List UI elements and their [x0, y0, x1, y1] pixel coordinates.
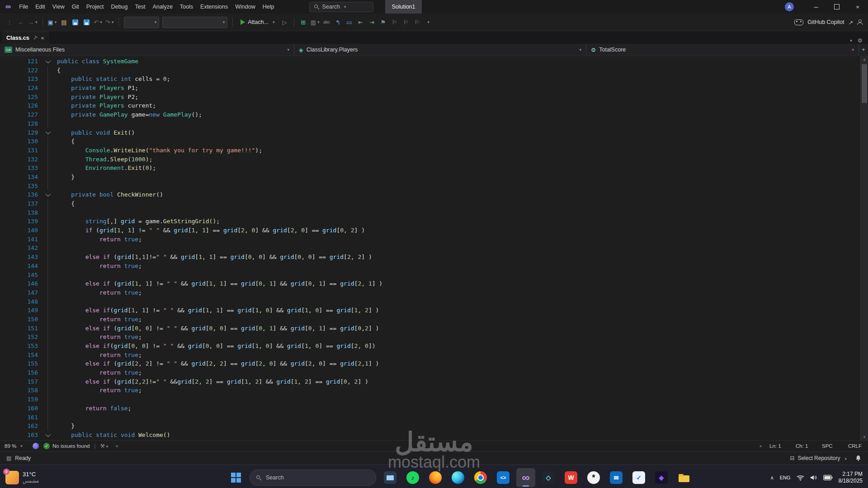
notifications-bell-icon[interactable] — [855, 455, 862, 462]
menu-test[interactable]: Test — [131, 4, 149, 10]
code-line[interactable]: 144 return true; — [0, 262, 861, 271]
code-line[interactable]: 135 — [0, 182, 861, 191]
line-number[interactable]: 121 — [0, 57, 38, 66]
indent-decrease-icon[interactable]: ⇤ — [356, 17, 364, 27]
toolbar-drag-handle-icon[interactable]: ⋮ — [5, 17, 14, 27]
spell-check-icon[interactable]: abc — [322, 17, 330, 27]
code-line[interactable]: 152 return true; — [0, 333, 861, 342]
line-number[interactable]: 147 — [0, 288, 38, 297]
line-number[interactable]: 140 — [0, 226, 38, 235]
code-line[interactable]: 131 Console.WriteLine("thank you for try… — [0, 146, 861, 155]
menu-extensions[interactable]: Extensions — [197, 4, 231, 10]
toolbar-overflow-caret[interactable]: ▾ — [424, 17, 432, 27]
firefox-icon[interactable] — [426, 468, 445, 487]
line-number[interactable]: 157 — [0, 377, 38, 386]
line-number[interactable]: 150 — [0, 315, 38, 324]
code-line[interactable]: 123 public static int cells = 0; — [0, 75, 861, 84]
scroll-left-icon[interactable]: ◄ — [114, 444, 118, 448]
code-cleanup-button[interactable]: ⚒▾ — [100, 443, 108, 449]
code-line[interactable]: 141 return true; — [0, 235, 861, 244]
code-line[interactable]: 151 else if (grid[0, 0] != " " && grid[0… — [0, 324, 861, 333]
menu-tools[interactable]: Tools — [176, 4, 197, 10]
member-dropdown[interactable]: ⚙ TotalScore ▾ — [586, 44, 859, 56]
start-button[interactable] — [227, 469, 245, 487]
sync-with-active-document-icon[interactable]: ⊞ — [299, 17, 307, 27]
code-line[interactable]: 160 return false; — [0, 404, 861, 413]
save-all-icon[interactable] — [82, 17, 90, 27]
taskbar-clock[interactable]: 2:17 PM 8/18/2025 — [839, 471, 863, 484]
vscode-icon[interactable]: <> — [494, 468, 513, 487]
line-number[interactable]: 142 — [0, 244, 38, 253]
code-editor[interactable]: 121public class SystemGame122{123 public… — [0, 56, 868, 440]
line-ending-indicator[interactable]: CRLF — [848, 443, 863, 449]
volume-icon[interactable] — [810, 474, 817, 481]
maximize-button[interactable] — [826, 0, 847, 14]
accessibility-icon[interactable] — [33, 443, 39, 449]
menu-project[interactable]: Project — [83, 4, 108, 10]
line-number[interactable]: 152 — [0, 333, 38, 342]
zoom-dropdown[interactable]: 89 % ▾ — [5, 443, 28, 449]
menu-git[interactable]: Git — [68, 4, 83, 10]
code-line[interactable]: 143 else if (grid[1,1]!=" " && grid[1, 1… — [0, 253, 861, 262]
code-line[interactable]: 163 public static void Welcome() — [0, 431, 861, 440]
scrollbar-thumb[interactable] — [862, 64, 867, 103]
minimize-button[interactable]: ─ — [806, 0, 826, 14]
tab-list-caret-icon[interactable]: ▾ — [850, 38, 852, 43]
code-line[interactable]: 156 return true; — [0, 368, 861, 377]
code-line[interactable]: 126 private Players current; — [0, 101, 861, 110]
line-number[interactable]: 136 — [0, 190, 38, 199]
line-number[interactable]: 156 — [0, 368, 38, 377]
code-line[interactable]: 129 public void Exit() — [0, 128, 861, 137]
todo-icon[interactable]: ✓ — [629, 468, 648, 487]
code-line[interactable]: 124 private Players P1; — [0, 84, 861, 93]
attach-button[interactable]: Attach...▾ — [238, 16, 277, 28]
code-line[interactable]: 146 else if (grid[1, 1] != " " && grid[1… — [0, 279, 861, 288]
code-line[interactable]: 136 private bool CheckWinner() — [0, 190, 861, 199]
menu-debug[interactable]: Debug — [108, 4, 132, 10]
pin-icon[interactable]: ⊤ — [32, 34, 38, 42]
platform-combobox[interactable]: ▾ — [162, 17, 227, 28]
save-icon[interactable] — [71, 17, 79, 27]
menu-window[interactable]: Window — [231, 4, 259, 10]
code-line[interactable]: 155 else if (grid[2, 2] != " " && grid[2… — [0, 359, 861, 368]
toggle-bookmark-icon[interactable]: ⚑ — [379, 17, 387, 27]
line-number[interactable]: 144 — [0, 262, 38, 271]
line-number[interactable]: 163 — [0, 431, 38, 440]
fold-chevron-icon[interactable] — [38, 431, 57, 440]
line-number[interactable]: 141 — [0, 235, 38, 244]
scroll-right-icon[interactable]: ► — [759, 444, 763, 448]
wifi-icon[interactable] — [797, 475, 804, 481]
line-number[interactable]: 138 — [0, 208, 38, 217]
code-line[interactable]: 147 return true; — [0, 288, 861, 297]
line-number[interactable]: 159 — [0, 395, 38, 404]
line-number[interactable]: 137 — [0, 199, 38, 208]
code-line[interactable]: 128 — [0, 119, 861, 128]
indent-increase-icon[interactable]: ⇥ — [368, 17, 376, 27]
line-number[interactable]: 162 — [0, 422, 38, 431]
line-number[interactable]: 127 — [0, 110, 38, 119]
navigate-to-icon[interactable]: ↰ — [334, 17, 342, 27]
visual-studio-icon[interactable]: ∞ — [516, 468, 535, 487]
fold-chevron-icon[interactable] — [38, 57, 57, 66]
line-number[interactable]: 161 — [0, 413, 38, 422]
battery-icon[interactable] — [823, 475, 833, 480]
close-tab-icon[interactable]: × — [41, 35, 44, 42]
line-number[interactable]: 155 — [0, 359, 38, 368]
line-number[interactable]: 154 — [0, 351, 38, 360]
code-line[interactable]: 157 else if (grid[2,2]!=" " &&grid[2, 2]… — [0, 377, 861, 386]
chrome-icon[interactable] — [471, 468, 490, 487]
open-file-icon[interactable]: ▤ — [60, 17, 68, 27]
line-number[interactable]: 126 — [0, 101, 38, 110]
close-button[interactable]: × — [847, 0, 868, 14]
monitor-app-icon[interactable] — [381, 468, 400, 487]
line-number[interactable]: 158 — [0, 386, 38, 395]
menu-analyze[interactable]: Analyze — [149, 4, 176, 10]
line-number[interactable]: 145 — [0, 271, 38, 280]
next-bookmark-icon[interactable]: ⚐ — [401, 17, 410, 27]
horizontal-scrollbar[interactable]: ◄ ► — [113, 444, 765, 448]
titlebar-search[interactable]: Search ▾ — [309, 2, 373, 12]
new-project-icon[interactable]: ▣▾ — [48, 17, 57, 27]
menu-edit[interactable]: Edit — [32, 4, 49, 10]
line-number[interactable]: 135 — [0, 182, 38, 191]
code-line[interactable]: 138 — [0, 208, 861, 217]
